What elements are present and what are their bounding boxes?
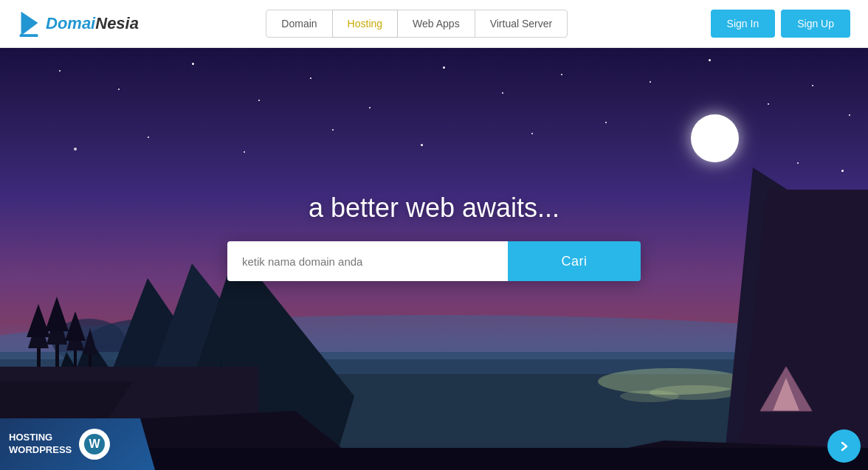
hero-title: a better web awaits... — [309, 193, 559, 224]
nav-hosting[interactable]: Hosting — [332, 10, 398, 38]
svg-text:W: W — [89, 438, 101, 450]
hero-content: a better web awaits... Cari — [0, 48, 868, 470]
search-bar: Cari — [227, 241, 641, 281]
nav-virtualserver[interactable]: Virtual Server — [475, 10, 568, 38]
nav-webapps[interactable]: Web Apps — [397, 10, 475, 38]
auth-area: Sign In Sign Up — [711, 10, 850, 38]
signup-button[interactable]: Sign Up — [781, 10, 850, 38]
logo: DomaiNesia — [18, 9, 139, 38]
banner-text: HOSTING WORDPRESS — [9, 432, 72, 457]
logo-text: DomaiNesia — [46, 14, 139, 33]
hero-section: a better web awaits... Cari HOSTING WORD… — [0, 48, 868, 470]
svg-rect-1 — [20, 34, 38, 37]
wordpress-icon: W — [79, 429, 110, 460]
hosting-wordpress-banner[interactable]: HOSTING WORDPRESS W — [0, 418, 155, 470]
nav-domain[interactable]: Domain — [266, 10, 332, 38]
logo-icon — [18, 9, 41, 38]
nav-area: Domain Hosting Web Apps Virtual Server — [266, 10, 568, 38]
search-button[interactable]: Cari — [508, 241, 641, 281]
domain-search-input[interactable] — [227, 241, 508, 281]
signin-button[interactable]: Sign In — [711, 10, 776, 38]
bottom-right-button[interactable] — [827, 429, 861, 463]
svg-marker-0 — [21, 12, 38, 35]
header: DomaiNesia Domain Hosting Web Apps Virtu… — [0, 0, 868, 48]
